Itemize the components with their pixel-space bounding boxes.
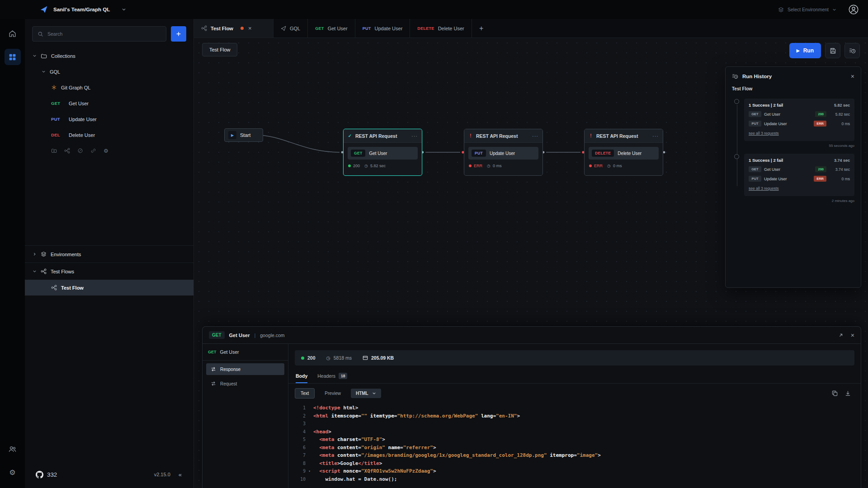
request-field[interactable]: DELETE Delete User <box>589 147 659 160</box>
members-button[interactable] <box>5 441 21 457</box>
nav-response-tab[interactable]: Response <box>206 363 284 375</box>
disable-button[interactable] <box>77 148 83 154</box>
search-field[interactable] <box>47 31 161 37</box>
code-text: <meta content="/images/branding/googleg/… <box>313 452 601 458</box>
clock-icon: ◷ <box>364 164 368 168</box>
run-request-row: GET Get User 200 3.74 sec <box>749 166 850 172</box>
code-line: 4<head> <box>288 428 861 436</box>
flow-node-delete-user[interactable]: ! REST API Request ··· DELETE Delete Use… <box>584 129 663 176</box>
collections-section-header[interactable]: Collections <box>25 48 193 64</box>
start-node[interactable]: ▶ Start <box>224 128 263 142</box>
success-icon: ✓ <box>348 133 352 138</box>
run-history-header: Run History × <box>726 67 861 84</box>
tab-headers[interactable]: Headers 18 <box>317 370 347 383</box>
close-icon[interactable]: × <box>851 73 854 80</box>
collections-label: Collections <box>51 53 75 59</box>
tab-delete-user[interactable]: DELETE Delete User <box>410 19 472 38</box>
method-chip: GET <box>351 150 365 157</box>
timeline-marker <box>734 154 739 159</box>
view-toolbar: Text Preview HTML <box>288 384 861 403</box>
nav-request-tab[interactable]: Request <box>206 378 284 389</box>
tab-update-user[interactable]: PUT Update User <box>355 19 410 38</box>
collapse-sidebar-button[interactable]: « <box>179 471 182 478</box>
user-avatar[interactable] <box>848 4 859 15</box>
run-entry-card[interactable]: 1 Success | 2 fail 3.74 sec GET Get User… <box>744 154 854 196</box>
response-status-strip: 200 ◷ 5818 ms 205.09 KB <box>295 350 854 366</box>
environments-section-header[interactable]: Environments <box>25 245 193 263</box>
request-label: Git Graph QL <box>61 85 90 90</box>
more-icon[interactable]: ··· <box>652 133 659 139</box>
tab-gql[interactable]: GQL <box>274 19 308 38</box>
code-text: <!doctype html> <box>313 405 358 411</box>
request-name: Delete User <box>618 151 642 156</box>
expand-panel-button[interactable] <box>838 332 844 339</box>
node-footer: ERR ◷ 0 ms <box>464 161 542 170</box>
download-button[interactable] <box>845 390 851 396</box>
tab-get-user[interactable]: GET Get User <box>308 19 355 38</box>
request-item-update-user[interactable]: PUT Update User <box>25 111 193 127</box>
test-flow-item[interactable]: Test Flow <box>25 280 193 296</box>
link-button[interactable] <box>90 148 96 154</box>
workspace-grid-button[interactable] <box>5 49 21 65</box>
history-icon <box>849 47 856 54</box>
github-stars-button[interactable]: 332 <box>36 471 57 479</box>
close-icon[interactable]: × <box>851 332 854 339</box>
line-number: 2 <box>288 413 306 418</box>
flow-icon <box>41 268 47 274</box>
elapsed-time: 0 ms <box>493 164 502 168</box>
see-all-requests-link[interactable]: see all 3 requests <box>749 186 779 191</box>
status-code: ERR <box>474 164 482 168</box>
search-input[interactable] <box>32 26 166 42</box>
request-item-git-graph-ql[interactable]: Git Graph QL <box>25 80 193 95</box>
test-flows-section-header[interactable]: Test Flows <box>25 263 193 280</box>
format-select[interactable]: HTML <box>351 389 381 398</box>
run-button[interactable]: ▶ Run <box>789 43 821 58</box>
canvas-actions: ▶ Run <box>789 43 860 58</box>
request-field[interactable]: PUT Update User <box>468 147 538 160</box>
fold-icon[interactable]: ▾ <box>306 469 313 473</box>
home-button[interactable] <box>5 25 21 42</box>
tab-label: Update User <box>375 26 403 31</box>
nav-response-label: Response <box>220 367 241 372</box>
settings-button[interactable]: ⚙ <box>5 465 21 481</box>
see-all-requests-link[interactable]: see all 3 requests <box>749 131 779 136</box>
add-folder-button[interactable] <box>51 148 57 154</box>
request-item-delete-user[interactable]: DEL Delete User <box>25 127 193 143</box>
more-icon[interactable]: ··· <box>411 133 418 139</box>
more-icon[interactable]: ··· <box>532 133 538 139</box>
save-button[interactable] <box>825 43 840 58</box>
collection-settings-button[interactable]: ⚙ <box>104 148 108 154</box>
request-item-get-user[interactable]: GET Get User <box>25 95 193 111</box>
flow-node-get-user[interactable]: ✓ REST API Request ··· GET Get User 200 … <box>343 129 422 176</box>
topbar: Sanil's Team/Graph QL Select Environment <box>0 0 868 19</box>
clock-icon: ◷ <box>326 356 330 361</box>
add-flow-button[interactable] <box>64 148 70 154</box>
test-flow-label: Test Flow <box>61 285 84 291</box>
response-size: 205.09 KB <box>371 355 394 361</box>
request-field[interactable]: GET Get User <box>348 147 418 160</box>
add-new-button[interactable] <box>171 26 186 42</box>
tab-body[interactable]: Body <box>296 370 307 383</box>
timeline-line <box>737 105 737 186</box>
tab-headers-label: Headers <box>317 373 335 379</box>
tab-test-flow[interactable]: Test Flow × <box>194 19 274 38</box>
collection-gql[interactable]: GQL <box>25 64 193 80</box>
flow-node-update-user[interactable]: ! REST API Request ··· PUT Update User E… <box>464 129 543 176</box>
nav-request-item[interactable]: GET Get User <box>203 344 288 361</box>
run-history-title: Run History <box>742 74 847 79</box>
environment-selector[interactable]: Select Environment <box>778 7 836 13</box>
run-total-time: 3.74 sec <box>834 158 850 163</box>
line-number: 1 <box>288 405 306 410</box>
view-text-button[interactable]: Text <box>295 388 315 399</box>
chevron-down-icon <box>32 54 37 58</box>
run-history-body: 1 Success | 2 fail 5.82 sec GET Get User… <box>726 98 861 287</box>
copy-button[interactable] <box>832 390 838 396</box>
run-history-button[interactable] <box>844 43 860 58</box>
code-text: <meta charset="UTF-8"> <box>313 436 385 442</box>
response-body-editor[interactable]: 1<!doctype html> 2<html itemscope="" ite… <box>288 403 861 488</box>
view-preview-button[interactable]: Preview <box>319 388 347 399</box>
workspace-switcher[interactable]: Sanil's Team/Graph QL <box>53 7 126 12</box>
close-icon[interactable]: × <box>248 25 252 32</box>
run-entry-card[interactable]: 1 Success | 2 fail 5.82 sec GET Get User… <box>744 99 854 141</box>
new-tab-button[interactable]: + <box>472 19 491 38</box>
